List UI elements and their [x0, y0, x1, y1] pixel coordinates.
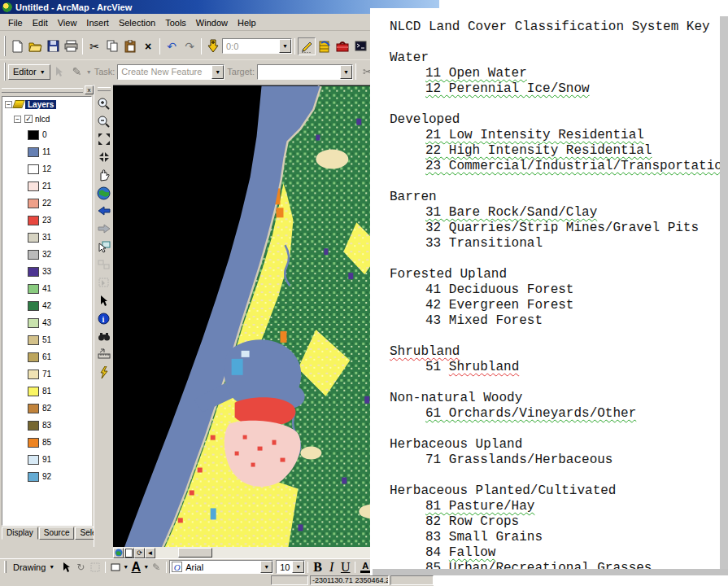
legend-item-22[interactable]: 22 — [2, 195, 91, 212]
collapse-icon[interactable]: − — [14, 116, 21, 123]
legend-item-82[interactable]: 82 — [2, 400, 91, 417]
collapse-icon[interactable]: − — [5, 101, 12, 108]
rotate-element-button[interactable]: ↻ — [73, 560, 88, 575]
document-scrollbar[interactable] — [720, 16, 728, 570]
save-button[interactable] — [44, 37, 62, 55]
legend-item-51[interactable]: 51 — [2, 331, 91, 348]
chevron-down-icon[interactable]: ▼ — [123, 564, 129, 570]
drawing-menu-button[interactable]: Drawing ▼ — [9, 560, 59, 574]
open-button[interactable] — [26, 37, 44, 55]
edit-vertices-button[interactable]: ✎ — [149, 560, 163, 575]
legend-item-81[interactable]: 81 — [2, 383, 91, 400]
new-text-button[interactable]: A — [129, 560, 143, 575]
menu-view[interactable]: View — [53, 16, 82, 29]
legend-swatch[interactable] — [28, 181, 39, 191]
delete-button[interactable]: × — [139, 37, 157, 55]
legend-item-11[interactable]: 11 — [2, 143, 91, 160]
map-scale-combo[interactable]: 0:0 ▼ — [222, 38, 292, 54]
font-combo[interactable]: O Arial ▼ — [169, 560, 273, 574]
legend-swatch[interactable] — [28, 199, 39, 208]
legend-swatch[interactable] — [28, 472, 39, 482]
toolbar-grip[interactable] — [4, 36, 6, 56]
layer-name[interactable]: nlcd — [35, 115, 50, 124]
full-extent-tool[interactable] — [95, 184, 113, 202]
legend-swatch[interactable] — [28, 284, 39, 294]
chevron-down-icon[interactable]: ▼ — [86, 69, 92, 75]
legend-item-21[interactable]: 21 — [2, 177, 91, 195]
legend-item-91[interactable]: 91 — [2, 451, 91, 468]
task-combo[interactable]: Create New Feature ▼ — [117, 64, 225, 80]
select-graphics-tool[interactable] — [95, 273, 113, 291]
new-rectangle-button[interactable] — [108, 560, 123, 575]
hyperlink-tool[interactable] — [95, 363, 113, 381]
select-features-tool[interactable] — [95, 238, 113, 256]
legend-swatch[interactable] — [28, 421, 39, 431]
legend-swatch[interactable] — [28, 130, 39, 140]
legend-swatch[interactable] — [28, 438, 39, 448]
menu-edit[interactable]: Edit — [28, 16, 53, 29]
legend-item-71[interactable]: 71 — [2, 365, 91, 383]
legend-item-83[interactable]: 83 — [2, 417, 91, 434]
layer-checkbox[interactable]: ✓ — [24, 115, 33, 123]
chevron-down-icon[interactable]: ▼ — [292, 561, 304, 573]
legend-item-32[interactable]: 32 — [2, 246, 91, 263]
legend-swatch[interactable] — [28, 387, 39, 396]
toolbar-grip[interactable] — [4, 63, 6, 81]
find-tool[interactable] — [95, 327, 113, 345]
bold-button[interactable]: B — [311, 560, 325, 575]
chevron-down-icon[interactable]: ▼ — [143, 564, 149, 570]
toc-root-row[interactable]: − Layers — [5, 97, 91, 112]
legend-swatch[interactable] — [28, 164, 39, 174]
chevron-down-icon[interactable]: ▼ — [260, 561, 272, 573]
print-button[interactable] — [62, 37, 80, 55]
add-data-button[interactable] — [204, 37, 222, 55]
select-elements-tool[interactable] — [95, 291, 113, 309]
legend-item-41[interactable]: 41 — [2, 280, 91, 297]
legend-swatch[interactable] — [28, 370, 39, 379]
toc-grip[interactable] — [2, 88, 83, 93]
undo-button[interactable]: ↶ — [163, 37, 181, 55]
redo-button[interactable]: ↷ — [181, 37, 198, 55]
legend-swatch[interactable] — [28, 335, 39, 345]
menu-file[interactable]: File — [3, 16, 28, 29]
chevron-down-icon[interactable]: ▼ — [340, 65, 352, 79]
toolbar-grip[interactable] — [4, 561, 7, 573]
pan-tool[interactable] — [95, 166, 113, 184]
close-icon[interactable]: x — [85, 85, 94, 94]
copy-button[interactable] — [103, 37, 121, 55]
menu-window[interactable]: Window — [191, 16, 233, 29]
new-button[interactable] — [8, 37, 26, 55]
arctoolbox-button[interactable] — [333, 37, 351, 55]
legend-swatch[interactable] — [28, 216, 39, 225]
legend-swatch[interactable] — [28, 267, 39, 277]
legend-swatch[interactable] — [28, 455, 39, 465]
fixed-zoom-in-tool[interactable] — [95, 130, 113, 148]
chevron-down-icon[interactable]: ▼ — [211, 65, 224, 79]
nlcd-key-document[interactable]: NLCD Land Cover Classification System Ke… — [370, 8, 728, 575]
legend-item-12[interactable]: 12 — [2, 160, 91, 177]
chevron-down-icon[interactable]: ▼ — [279, 39, 291, 53]
arccatalog-button[interactable] — [316, 37, 333, 55]
fixed-zoom-out-tool[interactable] — [95, 148, 113, 166]
toc-root-label[interactable]: Layers — [25, 100, 56, 109]
zoom-in-tool[interactable] — [95, 94, 113, 112]
legend-item-23[interactable]: 23 — [2, 212, 91, 229]
legend-item-33[interactable]: 33 — [2, 263, 91, 280]
menu-help[interactable]: Help — [233, 16, 261, 29]
cut-button[interactable]: ✂ — [85, 37, 103, 55]
legend-swatch[interactable] — [28, 352, 39, 362]
legend-swatch[interactable] — [28, 301, 39, 311]
menu-insert[interactable]: Insert — [81, 16, 114, 29]
zoom-out-tool[interactable] — [95, 112, 113, 130]
select-elements-button[interactable] — [59, 560, 73, 575]
menu-selection[interactable]: Selection — [114, 16, 160, 29]
menu-tools[interactable]: Tools — [160, 16, 191, 29]
target-combo[interactable]: ▼ — [257, 64, 353, 80]
toc-layer-row[interactable]: − ✓ nlcd — [14, 112, 91, 126]
sketch-tool-button[interactable]: ✎ — [68, 63, 86, 81]
clear-selection-tool[interactable] — [95, 256, 113, 273]
legend-swatch[interactable] — [28, 250, 39, 260]
scroll-left-button[interactable]: ◄ — [145, 548, 155, 558]
legend-item-61[interactable]: 61 — [2, 348, 91, 365]
layout-view-button[interactable] — [124, 548, 134, 558]
